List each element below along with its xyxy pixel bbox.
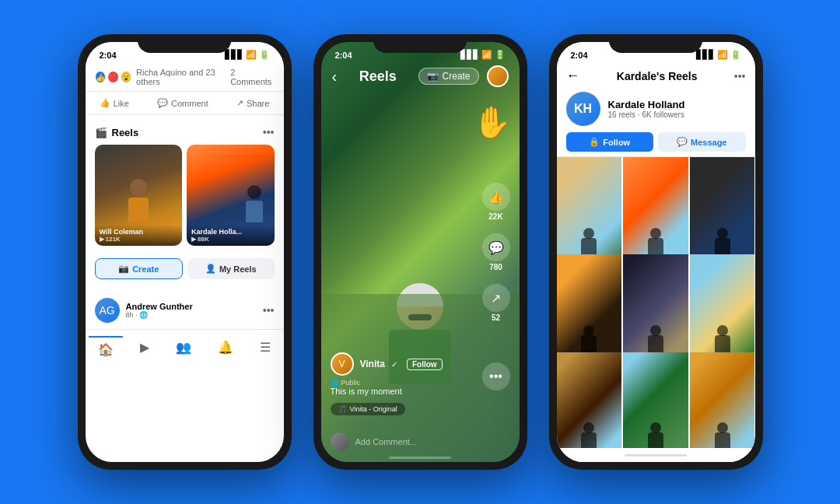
status-icons-1: ▋▋▋ 📶 🔋 — [225, 50, 270, 60]
figure-body-7 — [581, 432, 597, 448]
profile-follow-button[interactable]: 🔒 Follow — [566, 132, 654, 152]
figure-head-7 — [583, 422, 594, 433]
reel-card-2[interactable]: Kardale Holla... ▶ 88K — [187, 145, 275, 246]
phone-1: 2:04 ▋▋▋ 📶 🔋 👍 ❤️ 😮 Richa Aquino and 23 … — [78, 34, 292, 470]
comment-icon: 💬 — [157, 98, 168, 108]
profile-more-icon[interactable]: ••• — [734, 70, 746, 82]
reels-actions: 📷 Create 👤 My Reels — [86, 258, 284, 287]
status-icons-2: ▋▋▋ 📶 🔋 — [460, 50, 506, 60]
messenger-icon: 💬 — [677, 137, 688, 147]
like-button[interactable]: 👍 Like — [93, 95, 135, 111]
figure-head-1 — [583, 228, 594, 239]
reels-back-icon[interactable]: ‹ — [332, 68, 338, 86]
reel-grid-thumb-7 — [557, 352, 622, 448]
figure-head-3 — [717, 228, 728, 239]
comment-action-icon: 💬 — [482, 233, 510, 261]
reels-create-pill[interactable]: 📷 Create — [418, 68, 478, 85]
home-indicator-2 — [389, 457, 451, 459]
nav-video[interactable]: ▶ — [131, 338, 159, 356]
home-icon: 🏠 — [98, 342, 114, 357]
nav-notifications[interactable]: 🔔 — [208, 338, 243, 356]
profile-big-avatar: KH — [566, 92, 600, 126]
create-button[interactable]: 📷 Create — [95, 258, 184, 279]
reactions-bar: 👍 ❤️ 😮 Richa Aquino and 23 others 2 Comm… — [86, 63, 284, 92]
battery-icon-2: 🔋 — [495, 50, 506, 60]
reel-more-icon[interactable]: ••• — [482, 362, 510, 390]
reel-grid-item-8[interactable] — [623, 352, 688, 448]
reel-1-info: Will Coleman ▶ 121K — [95, 225, 183, 246]
comment-action[interactable]: 💬 780 — [482, 233, 510, 271]
profile-reels-title: Kardale's Reels — [617, 70, 698, 82]
share-button[interactable]: ↗ Share — [230, 95, 275, 111]
figure-head-2 — [650, 228, 661, 239]
reels-more-icon[interactable]: ••• — [263, 126, 275, 138]
reel-card-1[interactable]: Will Coleman ▶ 121K — [95, 145, 183, 246]
phone-2-notch — [373, 34, 467, 53]
signal-icon-1: ▋▋▋ — [225, 50, 243, 60]
profile-back-icon[interactable]: ← — [566, 68, 580, 84]
profile-reels-header: ← Kardale's Reels ••• KH Kardale Holland… — [557, 63, 755, 157]
author-meta: 8h · 🌐 — [126, 311, 193, 319]
phone-3-notch — [609, 34, 702, 53]
comment-count: 780 — [489, 263, 502, 271]
reel-author-avatar: V — [331, 352, 354, 376]
share-icon: ↗ — [236, 98, 243, 108]
camera-icon-2: 📷 — [427, 71, 439, 82]
home-indicator-3 — [625, 454, 687, 457]
menu-icon: ☰ — [260, 340, 271, 355]
profile-stats: 16 reels · 6K followers — [608, 110, 685, 119]
reel-1-name: Will Coleman — [100, 228, 178, 236]
share-action[interactable]: ↗ 52 — [482, 284, 510, 322]
comment-button[interactable]: 💬 Comment — [151, 95, 215, 111]
reels-nav-header: ‹ Reels 📷 Create — [321, 65, 520, 87]
figure-body-8 — [648, 432, 663, 448]
share-label: Share — [247, 99, 269, 108]
hand-wave-icon: ✋ — [473, 104, 512, 141]
myreels-icon: 👤 — [205, 264, 216, 274]
reel-author-name: Vinita — [360, 359, 385, 369]
post-more-icon[interactable]: ••• — [263, 304, 275, 317]
post-author: AG Andrew Gunther 8h · 🌐 — [95, 298, 193, 323]
my-reels-label: My Reels — [219, 264, 257, 274]
profile-reels-nav: ← Kardale's Reels ••• — [566, 68, 746, 84]
reel-music-pill: 🎵 Vinita - Original — [331, 403, 405, 415]
reaction-emojis: 👍 ❤️ 😮 Richa Aquino and 23 others — [95, 68, 231, 86]
figure-body-9 — [715, 432, 730, 448]
reel-1-views: ▶ 121K — [100, 236, 178, 243]
like-emoji: 👍 — [95, 71, 107, 83]
video-icon: ▶ — [140, 340, 149, 355]
my-reels-button[interactable]: 👤 My Reels — [187, 258, 275, 279]
create-camera-icon: 📷 — [118, 264, 129, 274]
nav-menu[interactable]: ☰ — [250, 338, 280, 356]
reel-follow-button[interactable]: Follow — [407, 359, 443, 370]
comment-input[interactable]: Add Comment... — [355, 437, 510, 446]
reel-grid-item-7[interactable] — [557, 352, 622, 448]
profile-mini-avatar[interactable] — [487, 65, 509, 87]
music-icon: 🎵 — [338, 405, 347, 413]
time-1: 2:04 — [100, 51, 117, 60]
post-preview: AG Andrew Gunther 8h · 🌐 ••• — [86, 292, 284, 329]
comment-bar: Add Comment... — [331, 432, 510, 451]
phone-1-notch — [138, 34, 231, 53]
reels-nav-title: Reels — [359, 68, 397, 85]
bottom-indicator-3 — [557, 448, 755, 462]
like-action-icon: 👍 — [482, 183, 510, 211]
love-emoji: ❤️ — [107, 71, 119, 83]
create-label: Create — [132, 264, 159, 274]
author-name: Andrew Gunther — [126, 302, 193, 311]
comments-count[interactable]: 2 Comments — [230, 68, 274, 86]
signal-icon-2: ▋▋▋ — [460, 50, 479, 60]
public-label: Public — [341, 379, 361, 387]
nav-home[interactable]: 🏠 — [89, 336, 123, 359]
music-label: Vinita - Original — [350, 405, 397, 413]
bottom-nav: 🏠 ▶ 👥 🔔 ☰ — [86, 329, 284, 366]
nav-groups[interactable]: 👥 — [166, 338, 201, 356]
phone-1-screen: 2:04 ▋▋▋ 📶 🔋 👍 ❤️ 😮 Richa Aquino and 23 … — [86, 42, 284, 462]
reel-author-row: V Vinita ✓ Follow — [331, 352, 473, 376]
wifi-icon-1: 📶 — [246, 50, 257, 60]
like-action[interactable]: 👍 22K — [482, 183, 510, 221]
profile-text-info: Kardale Holland 16 reels · 6K followers — [608, 99, 685, 119]
profile-message-button[interactable]: 💬 Message — [658, 132, 746, 152]
globe-icon: 🌐 — [331, 379, 339, 387]
reel-grid-item-9[interactable] — [690, 352, 755, 448]
